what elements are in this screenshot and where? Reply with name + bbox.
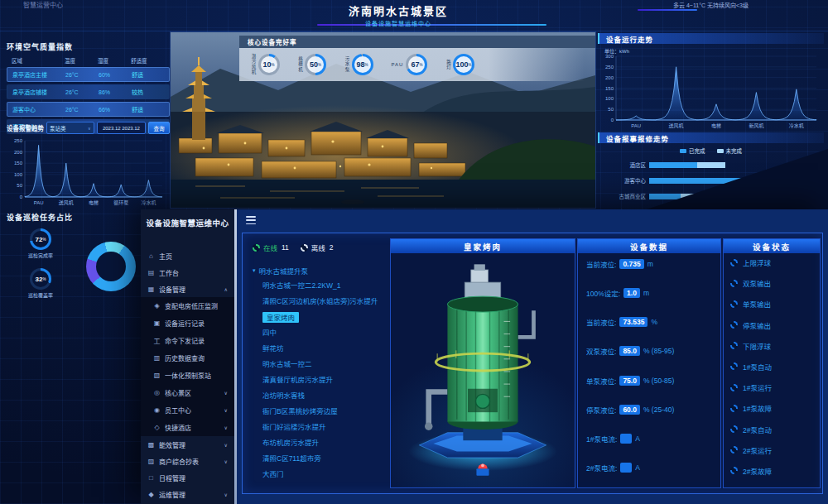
svg-text:新风机: 新风机	[749, 122, 763, 129]
sidebar-menu-item[interactable]: ⌂ 主页	[141, 247, 234, 264]
panel-title: 设备报警趋势	[7, 123, 44, 132]
svg-text:送风机: 送风机	[669, 122, 684, 129]
tree-item[interactable]: 四中	[262, 325, 387, 341]
tree-item-label: 大西门	[262, 470, 284, 478]
menu-label: 日程管理	[159, 473, 185, 482]
stat-label: 巡检覆盖率	[28, 291, 53, 299]
device-tree-column: 在线11 离线2 ▾ 明水古城提升泵	[248, 238, 387, 488]
tree-item[interactable]: 明水古城一控二2.2KW_1	[262, 278, 387, 294]
menu-icon: ▥	[153, 354, 161, 362]
menu-icon: ▦	[147, 286, 155, 293]
tree-item-label: 清真餐厅机房污水提升	[262, 376, 333, 384]
tree-item[interactable]: 衙门B区黑桃妙烤旁边屋	[262, 404, 387, 420]
health-gauge: PAU 67%	[392, 54, 428, 75]
sidebar-menu-item[interactable]: ◉ 员工中心 ∨	[141, 401, 234, 419]
data-label: 停泵液位:	[586, 405, 616, 415]
data-label: 100%设定:	[586, 288, 620, 298]
data-unit: m	[643, 289, 649, 297]
panel-title: 设备运行走势	[598, 33, 824, 44]
inspection-stat: 32% 巡检覆盖率	[28, 268, 53, 299]
sidebar-menu-item[interactable]: ▣ 设备运行记录	[141, 314, 234, 332]
menu-label: 变配电房低压监测	[165, 301, 218, 310]
select-value: 泵站类	[50, 124, 66, 132]
legend-item-done[interactable]: 已完成	[680, 146, 705, 155]
humidity-value: 86%	[99, 89, 132, 95]
sidebar-menu-item[interactable]: ▧ 一体化预制泵站	[141, 367, 234, 384]
pump-panel-title: 皇家烤肉	[391, 239, 575, 253]
svg-text:200: 200	[14, 150, 23, 155]
sidebar-menu-item[interactable]: ▥ 历史数据查询	[141, 349, 234, 367]
tree-item[interactable]: 清照C区711超市旁	[262, 451, 387, 467]
device-data-title: 设备数据	[578, 239, 720, 253]
svg-text:100: 100	[605, 96, 614, 101]
menu-label: 一体化预制泵站	[165, 371, 211, 380]
page-title: 济南明水古城景区	[0, 2, 797, 18]
operation-trend-chart: 050100150200250300PAU送风机电梯新风机冷水机	[599, 53, 821, 129]
alarm-trend-panel: 设备报警趋势 泵站类 ∨ 2023.12 2023.12 查询 05010015…	[7, 122, 170, 208]
date-range-input[interactable]: 2023.12 2023.12	[97, 122, 147, 134]
sidebar-menu-item[interactable]: ▦ 设备管理 ∧	[141, 281, 234, 297]
device-tree: ▾ 明水古城提升泵 明水古城一控二2.2KW_1 清照C区河	[248, 262, 387, 482]
tree-item[interactable]: 鲜花坊	[262, 341, 387, 357]
value-chip	[620, 463, 632, 473]
table-row: 泉亭酒店主楼 26°C 60% 舒适	[7, 67, 170, 82]
offline-status: 离线2	[301, 242, 334, 252]
status-label: 上限浮球	[743, 257, 771, 267]
menu-label: 员工中心	[165, 406, 191, 415]
tree-item[interactable]: 布坊机房污水提升	[262, 435, 387, 451]
menu-label: 商户综合抄表	[159, 457, 199, 466]
sidebar-menu-item[interactable]: 工 命令下发记录	[141, 332, 234, 349]
online-status-row: 在线11 离线2	[248, 238, 387, 252]
gauge-label: 路灯	[445, 60, 450, 70]
data-label: 双泵液位:	[586, 346, 616, 356]
core-health-overlay: 核心设备完好率 潜污风机 10% 格栅机 50%	[239, 36, 595, 81]
comfort-status: 舒适	[132, 70, 164, 79]
sidebar-menu-item[interactable]: ◆ 运维管理 ∨	[141, 486, 234, 502]
tree-item[interactable]: 冶坊明水客栈	[262, 388, 387, 404]
col-temp: 温度	[65, 56, 98, 65]
sidebar-menu-item[interactable]: ◈ 变配电房低压监测	[141, 297, 234, 314]
svg-text:200: 200	[605, 75, 614, 80]
sidebar-menu-item[interactable]: ◇ 快捷酒店 ∨	[141, 419, 234, 436]
gauge-label: 格栅机	[298, 56, 303, 73]
device-status-item: 2#泵运行	[730, 445, 816, 455]
tree-item[interactable]: 皇家烤肉	[262, 310, 387, 325]
menu-label: 历史数据查询	[165, 353, 205, 362]
sidebar-menu-item[interactable]: ▨ 商户综合抄表 ∨	[141, 453, 234, 469]
gauge-unit: %	[365, 63, 368, 67]
online-gear-icon	[253, 244, 260, 252]
device-type-select[interactable]: 泵站类 ∨	[46, 122, 94, 134]
query-button[interactable]: 查询	[148, 122, 170, 134]
sidebar-menu-item[interactable]: ▩ 能效管理 ∨	[141, 436, 234, 453]
legend-label: 已完成	[689, 146, 705, 155]
sidebar-menu-item[interactable]: □ 日程管理	[141, 469, 234, 486]
tree-item[interactable]: 清真餐厅机房污水提升	[262, 372, 387, 388]
stat-ring: 72%	[30, 228, 51, 250]
tree-item[interactable]: 明水古城一控二	[262, 357, 387, 372]
menu-icon: □	[147, 474, 155, 482]
chevron-icon: ∨	[224, 442, 228, 448]
sidebar-menu-item[interactable]: ◎ 核心景区 ∨	[141, 384, 234, 401]
gauge-ring: 98%	[352, 54, 373, 75]
menu-collapse-icon[interactable]	[246, 216, 256, 224]
sidebar-menu-item[interactable]: ▤ 工作台	[141, 264, 234, 281]
chart-legend: 已完成 未完成	[598, 146, 824, 155]
device-status-item: 2#泵故障	[730, 466, 816, 476]
legend-swatch	[680, 149, 686, 153]
svg-text:循环泵: 循环泵	[113, 199, 128, 206]
tree-item-label: 明水古城一控二2.2KW_1	[262, 281, 340, 290]
tree-root[interactable]: ▾ 明水古城提升泵	[253, 262, 387, 278]
window-content: 在线11 离线2 ▾ 明水古城提升泵	[237, 209, 828, 504]
tree-item[interactable]: 衙门好运楼污水提升	[262, 420, 387, 435]
health-gauge: 格栅机 50%	[298, 54, 327, 75]
chevron-down-icon: ∨	[88, 126, 91, 131]
page-subtitle: 设备设施智慧运维中心	[0, 19, 797, 27]
legend-swatch	[717, 149, 724, 153]
legend-item-pending[interactable]: 未完成	[717, 146, 743, 155]
pump-3d-model	[391, 253, 575, 487]
tree-item[interactable]: 大西门	[262, 467, 387, 482]
tree-item[interactable]: 清照C区河边机房(水姐店旁)污水提升	[262, 294, 387, 310]
status-label: 2#泵故障	[743, 466, 772, 476]
offline-gear-icon	[301, 244, 308, 252]
gear-icon	[730, 446, 738, 454]
